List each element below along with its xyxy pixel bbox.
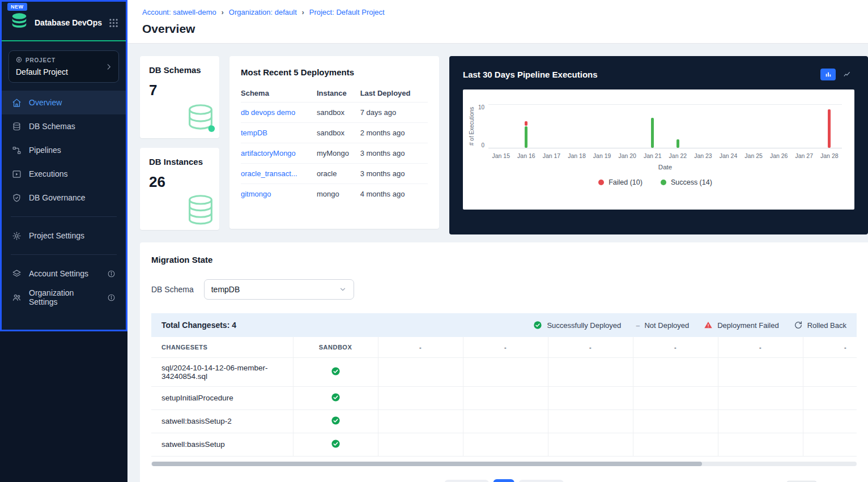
changeset-name: setupInitialProcedure — [161, 394, 233, 402]
changeset-name: satwell:basisSetup-2 — [161, 417, 232, 425]
schema-link[interactable]: gitmongo — [241, 190, 271, 198]
database-cylinder-icon — [183, 101, 218, 138]
breadcrumb-account[interactable]: Account: satwell-demo — [142, 8, 216, 16]
sidebar-item-account-settings[interactable]: Account Settings — [2, 262, 126, 285]
breadcrumb-separator: › — [302, 8, 304, 16]
status-cell — [293, 410, 378, 433]
next-page-button[interactable]: Next → — [519, 480, 564, 482]
changeset-name: sql/2024-10-14-12-06-member-34240854.sql — [161, 364, 268, 381]
x-tick: Jan 19 — [589, 152, 615, 159]
changeset-row: setupInitialProcedure — [151, 386, 857, 410]
breadcrumb: Account: satwell-demo › Organization: de… — [142, 8, 854, 16]
breadcrumb-project[interactable]: Project: Default Project — [309, 8, 385, 16]
legend-item-success: Success (14) — [661, 178, 712, 186]
sidebar-item-label: Pipelines — [29, 146, 61, 155]
chart-bar-segment — [651, 118, 654, 148]
rollback-icon — [794, 321, 803, 330]
column-header-changesets: CHANGESETS — [151, 337, 293, 357]
legend-label: Rolled Back — [807, 321, 846, 330]
migration-state-card: Migration State DB Schema tempDB Total C… — [140, 242, 868, 482]
legend-label: Not Deployed — [644, 321, 689, 330]
stat-value: 26 — [149, 173, 210, 191]
x-tick: Jan 25 — [741, 152, 767, 159]
table-row: gitmongo mongo 4 months ago — [241, 184, 428, 204]
pipeline-executions-chart-card: Last 30 Days Pipeline Executions — [449, 56, 868, 234]
schema-link[interactable]: db devops demo — [241, 108, 295, 117]
play-square-icon — [12, 169, 22, 179]
sidebar-item-label: Organization Settings — [29, 288, 100, 306]
sidebar-item-label: Executions — [29, 169, 67, 178]
x-tick: Jan 21 — [640, 152, 665, 159]
column-header-empty: - — [463, 337, 548, 357]
card-title: Most Recent 5 Deployments — [241, 67, 428, 77]
y-tick-min: 0 — [481, 142, 484, 148]
instance-cell: oracle — [317, 164, 360, 184]
app-title: Database DevOps — [35, 18, 104, 27]
table-row: artifactoryMongo myMongo 3 months ago — [241, 143, 428, 164]
db-schema-select[interactable]: tempDB — [204, 279, 354, 300]
layers-icon — [12, 269, 22, 279]
db-instances-stat-card[interactable]: DB Instances 26 — [140, 148, 219, 230]
prev-page-button[interactable]: ← Prev — [444, 480, 489, 482]
chevron-down-icon — [339, 285, 347, 293]
changeset-name: satwell:basisSetup — [161, 440, 225, 449]
sidebar-item-db-schemas[interactable]: DB Schemas — [2, 114, 126, 138]
sidebar-item-pipelines[interactable]: Pipelines — [2, 138, 126, 162]
chart-plot-area — [488, 104, 842, 148]
legend-successfully-deployed: Successfully Deployed — [533, 321, 621, 330]
table-row: db devops demo sandbox 7 days ago — [241, 103, 428, 123]
instance-cell: sandbox — [317, 123, 360, 143]
column-header-instance: Instance — [317, 84, 360, 103]
x-tick: Jan 23 — [691, 152, 716, 159]
db-schemas-stat-card[interactable]: DB Schemas 7 — [140, 56, 219, 138]
x-tick: Jan 16 — [514, 152, 539, 159]
project-selector[interactable]: PROJECT Default Project — [8, 50, 119, 83]
info-icon[interactable] — [107, 293, 116, 302]
x-tick: Jan 26 — [766, 152, 792, 159]
info-icon[interactable] — [107, 270, 116, 278]
line-chart-toggle-icon[interactable] — [839, 69, 854, 80]
sidebar-item-label: Account Settings — [29, 269, 88, 278]
sidebar-item-label: Overview — [29, 98, 62, 107]
sidebar-item-executions[interactable]: Executions — [2, 162, 126, 186]
chart-bar-column — [766, 105, 792, 148]
top-cards-row: DB Schemas 7 DB Instances — [140, 56, 868, 234]
chart-bar-column — [691, 105, 716, 148]
sidebar-lower-area — [0, 331, 127, 482]
main-area: Account: satwell-demo › Organization: de… — [127, 0, 868, 482]
column-header-empty: - — [633, 337, 718, 357]
chart-bar-column — [817, 105, 843, 148]
sidebar-item-db-governance[interactable]: DB Governance — [2, 186, 126, 210]
deployed-cell: 3 months ago — [360, 143, 428, 164]
gear-icon — [12, 231, 22, 241]
changeset-row: sql/2024-10-14-12-06-member-34240854.sql — [151, 357, 857, 386]
changeset-row: satwell:basisSetup-2 — [151, 410, 857, 433]
bar-chart-toggle-icon[interactable] — [820, 69, 836, 80]
sidebar-item-organization-settings[interactable]: Organization Settings — [2, 285, 126, 309]
current-page-button[interactable]: 1 — [493, 479, 514, 482]
changesets-summary-band: Total Changesets: 4 Successfully Deploye… — [151, 313, 857, 337]
apps-grid-icon[interactable] — [109, 19, 118, 27]
breadcrumb-organization[interactable]: Organization: default — [229, 8, 297, 16]
recent-deployments-card: Most Recent 5 Deployments Schema Instanc… — [229, 56, 439, 229]
schema-link[interactable]: oracle_transact... — [241, 169, 297, 178]
page-title: Overview — [142, 22, 854, 36]
x-tick: Jan 24 — [716, 152, 741, 159]
chart-bar-column — [488, 105, 514, 148]
sidebar-item-label: Project Settings — [29, 231, 84, 240]
schema-link[interactable]: tempDB — [241, 129, 267, 137]
sidebar-item-overview[interactable]: Overview — [2, 91, 126, 114]
sidebar-item-project-settings[interactable]: Project Settings — [2, 224, 126, 248]
column-header-schema: Schema — [241, 84, 317, 103]
schema-link[interactable]: artifactoryMongo — [241, 149, 296, 157]
scrollbar-thumb[interactable] — [152, 462, 702, 466]
changeset-row: satwell:basisSetup — [151, 433, 857, 456]
project-target-icon — [16, 57, 22, 64]
chart-bar-column — [564, 105, 590, 148]
table-row: tempDB sandbox 2 months ago — [241, 123, 428, 143]
success-dot-icon — [661, 180, 666, 185]
x-tick: Jan 22 — [665, 152, 691, 159]
horizontal-scrollbar[interactable] — [151, 462, 857, 466]
sidebar-nav: Overview DB Schemas Pipelines — [2, 91, 126, 309]
instance-cell: sandbox — [317, 103, 360, 123]
